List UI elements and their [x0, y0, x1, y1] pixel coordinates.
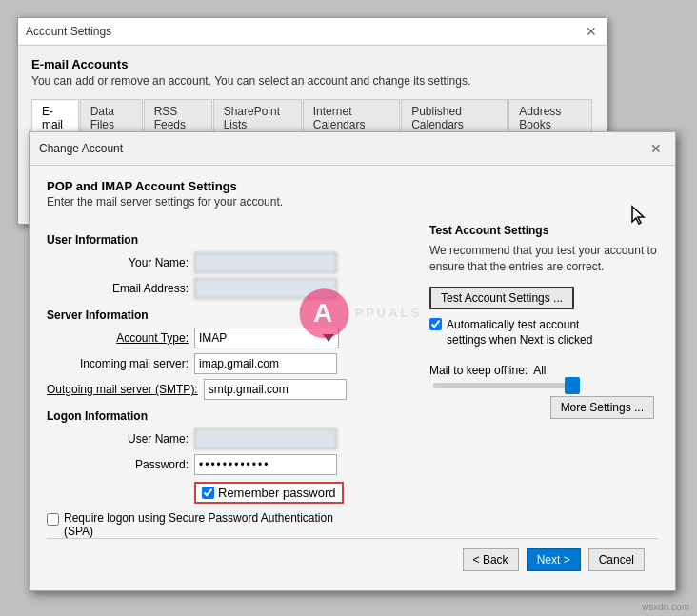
inner-content: POP and IMAP Account Settings Enter the … — [30, 166, 675, 590]
password-input[interactable] — [194, 454, 337, 475]
more-settings-area: More Settings ... — [429, 396, 658, 419]
slider-thumb[interactable] — [565, 377, 580, 394]
remember-password-checkbox[interactable] — [202, 487, 214, 499]
test-desc: We recommend that you test your account … — [429, 243, 658, 275]
outgoing-server-input[interactable] — [204, 379, 347, 400]
user-info-label: User Information — [47, 233, 410, 247]
outer-section-desc: You can add or remove an account. You ca… — [31, 74, 593, 88]
mail-offline-slider[interactable] — [433, 383, 576, 388]
mail-offline-row: Mail to keep offline: All — [429, 364, 658, 377]
cancel-button[interactable]: Cancel — [588, 548, 645, 571]
username-input[interactable] — [194, 428, 337, 449]
your-name-row: Your Name: — [47, 252, 410, 273]
account-type-label: Account Type: — [47, 331, 194, 345]
test-account-settings-button[interactable]: Test Account Settings ... — [429, 287, 574, 309]
auto-test-label: Automatically test account settings when… — [447, 317, 618, 349]
auto-test-row: Automatically test account settings when… — [429, 317, 658, 349]
outer-titlebar: Account Settings ✕ — [18, 18, 607, 46]
outer-close-button[interactable]: ✕ — [584, 24, 599, 39]
spa-row: Require logon using Secure Password Auth… — [47, 511, 410, 538]
logon-info-label: Logon Information — [47, 409, 410, 423]
inner-body: User Information Your Name: Email Addres… — [47, 224, 658, 538]
inner-section-title: POP and IMAP Account Settings — [47, 179, 658, 193]
spa-label: Require logon using Secure Password Auth… — [64, 511, 349, 538]
outgoing-server-label: Outgoing mail server (SMTP): — [47, 383, 204, 396]
mail-offline-label: Mail to keep offline: — [429, 364, 528, 377]
your-name-label: Your Name: — [47, 256, 194, 269]
inner-section-desc: Enter the mail server settings for your … — [47, 195, 658, 209]
email-address-row: Email Address: — [47, 278, 410, 299]
back-button[interactable]: < Back — [463, 548, 519, 571]
incoming-server-row: Incoming mail server: — [47, 353, 410, 374]
username-label: User Name: — [47, 432, 194, 446]
spa-checkbox[interactable] — [47, 513, 59, 526]
outgoing-server-row: Outgoing mail server (SMTP): — [47, 379, 410, 400]
inner-titlebar: Change Account ✕ — [30, 132, 675, 166]
mail-offline-value: All — [533, 364, 546, 377]
right-column: Test Account Settings We recommend that … — [429, 224, 658, 538]
remember-password-label: Remember password — [218, 486, 336, 500]
inner-window-title: Change Account — [39, 142, 123, 155]
outer-window-title: Account Settings — [26, 25, 111, 38]
email-address-input[interactable] — [194, 278, 337, 299]
password-row: Password: — [47, 454, 410, 475]
bottom-bar: < Back Next > Cancel — [47, 538, 658, 581]
test-section-title: Test Account Settings — [429, 224, 658, 237]
more-settings-button[interactable]: More Settings ... — [550, 396, 654, 419]
auto-test-checkbox[interactable] — [429, 318, 442, 330]
wsxdn-label: wsxdn.com — [642, 602, 689, 612]
your-name-input[interactable] — [194, 252, 337, 273]
password-label: Password: — [47, 458, 194, 471]
change-account-window: Change Account ✕ POP and IMAP Account Se… — [29, 131, 676, 591]
account-type-select[interactable]: IMAP POP3 — [194, 328, 339, 348]
server-info-label: Server Information — [47, 308, 410, 322]
username-row: User Name: — [47, 428, 410, 449]
inner-close-button[interactable]: ✕ — [647, 139, 666, 158]
account-type-row: Account Type: IMAP POP3 — [47, 328, 410, 348]
email-address-label: Email Address: — [47, 282, 194, 295]
incoming-server-label: Incoming mail server: — [47, 357, 194, 370]
next-button[interactable]: Next > — [527, 548, 581, 571]
left-column: User Information Your Name: Email Addres… — [47, 224, 410, 538]
remember-password-row[interactable]: Remember password — [194, 482, 344, 504]
outer-section-title: E-mail Accounts — [31, 57, 593, 71]
incoming-server-input[interactable] — [194, 353, 337, 374]
